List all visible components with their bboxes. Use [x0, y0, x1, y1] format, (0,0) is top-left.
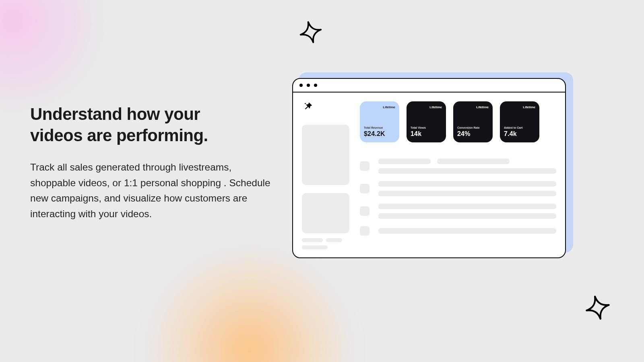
placeholder-line	[378, 158, 431, 164]
list-item	[360, 226, 556, 236]
stat-card-value: $24.2K	[364, 130, 395, 138]
list-item	[360, 204, 556, 219]
stat-card-row: Lifetime Total Revenue $24.2K Lifetime T…	[360, 101, 556, 142]
placeholder-line	[378, 213, 556, 219]
content-rows	[360, 158, 556, 236]
placeholder-line	[437, 158, 510, 164]
placeholder-line	[378, 168, 556, 174]
pin-icon	[303, 101, 349, 113]
traffic-light-dot	[314, 84, 317, 87]
stat-card-label: Total Revenue	[364, 126, 395, 129]
sidebar-thumbnail	[302, 125, 349, 185]
list-item	[360, 158, 556, 174]
stat-card-value: 24%	[457, 130, 489, 138]
headline: Understand how your videos are performin…	[30, 104, 276, 146]
stat-card-conversion-rate[interactable]: Lifetime Conversion Rate 24%	[453, 101, 493, 142]
traffic-light-dot	[307, 84, 310, 87]
headline-line-2: videos are performing.	[30, 126, 208, 145]
stat-card-label: Total Views	[411, 126, 442, 129]
placeholder-square	[360, 161, 369, 171]
sidebar	[302, 101, 349, 257]
svg-point-0	[305, 103, 306, 104]
placeholder-square	[360, 226, 369, 236]
headline-line-1: Understand how your	[30, 105, 200, 123]
placeholder-line	[378, 228, 556, 234]
stat-card-total-views[interactable]: Lifetime Total Views 14k	[407, 101, 446, 142]
stat-card-period: Lifetime	[504, 105, 535, 109]
dashboard-main: Lifetime Total Revenue $24.2K Lifetime T…	[360, 101, 556, 257]
placeholder-square	[360, 206, 369, 216]
stat-card-added-to-cart[interactable]: Lifetime Added to Cart 7.4k	[500, 101, 539, 142]
stat-card-value: 7.4k	[504, 130, 535, 138]
dashboard-body: Lifetime Total Revenue $24.2K Lifetime T…	[293, 93, 565, 257]
placeholder-line	[326, 238, 342, 242]
sparkle-icon	[298, 19, 324, 45]
stat-card-label: Added to Cart	[504, 126, 535, 129]
decorative-gradient-orange	[145, 245, 354, 362]
sidebar-thumbnail	[302, 193, 349, 233]
stat-card-period: Lifetime	[364, 105, 395, 109]
placeholder-line	[302, 245, 328, 249]
stat-card-value: 14k	[411, 130, 442, 138]
stat-card-period: Lifetime	[411, 105, 442, 109]
placeholder-line	[302, 238, 323, 242]
marketing-copy: Understand how your videos are performin…	[30, 104, 276, 222]
stat-card-total-revenue[interactable]: Lifetime Total Revenue $24.2K	[360, 101, 399, 142]
placeholder-line	[378, 191, 556, 196]
decorative-gradient-pink	[0, 0, 105, 113]
placeholder-line	[378, 181, 556, 187]
dashboard-window: Lifetime Total Revenue $24.2K Lifetime T…	[292, 78, 566, 258]
list-item	[360, 181, 556, 196]
traffic-light-dot	[299, 84, 303, 87]
sparkle-icon	[584, 294, 612, 322]
sidebar-meta	[302, 238, 349, 249]
window-titlebar	[293, 79, 565, 93]
sub-headline: Track all sales generated through livest…	[30, 160, 276, 222]
stat-card-label: Conversion Rate	[457, 126, 489, 129]
stat-card-period: Lifetime	[457, 105, 489, 109]
placeholder-square	[360, 184, 369, 193]
placeholder-line	[378, 204, 556, 209]
